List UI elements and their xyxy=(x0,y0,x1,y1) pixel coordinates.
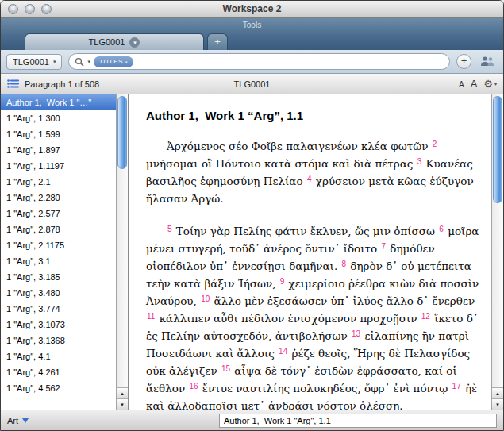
document-scrollbar-thumb[interactable] xyxy=(493,96,502,203)
chevron-down-icon: ▾ xyxy=(494,81,497,87)
sidebar-item[interactable]: 1 "Arg", 2.1175 xyxy=(1,237,116,253)
authors-browser-icon[interactable] xyxy=(477,54,498,70)
line-number: 2 xyxy=(432,140,438,148)
titles-token-label: TITLES xyxy=(99,58,123,65)
document-title: Author 1, Work 1 “Arg”, 1.1 xyxy=(146,109,480,122)
close-button-icon[interactable] xyxy=(8,4,18,14)
line-number: 12 xyxy=(421,312,431,321)
sidebar-scroll-arrows: ▲ ▼ xyxy=(117,387,128,410)
sidebar-item[interactable]: 1 "Arg", 4.562 xyxy=(1,380,116,396)
toolbar-title: Tools xyxy=(1,18,503,29)
line-number: 6 xyxy=(438,225,444,233)
paragraph-list-icon[interactable] xyxy=(7,79,19,88)
sidebar-item[interactable]: 1 "Arg", 4.1 xyxy=(1,348,116,364)
line-number: 4 xyxy=(306,175,313,183)
line-number: 9 xyxy=(279,277,286,286)
scroll-down-icon[interactable]: ▼ xyxy=(117,398,128,410)
add-tab-button[interactable]: + xyxy=(456,54,471,69)
status-bar: Art xyxy=(1,410,503,430)
sidebar-item[interactable]: 1 "Arg", 1.599 xyxy=(1,126,116,142)
art-selector-chevron-icon[interactable] xyxy=(22,418,29,423)
line-number: 15 xyxy=(221,364,231,373)
scroll-down-icon[interactable]: ▼ xyxy=(492,398,503,410)
sidebar-item[interactable]: 1 "Arg", 1.897 xyxy=(1,142,116,158)
sidebar-item[interactable]: 1 "Arg", 3.185 xyxy=(1,269,116,285)
tab-tlg0001[interactable]: TLG0001 ▾ xyxy=(25,33,204,50)
zoom-button-icon[interactable] xyxy=(41,4,52,14)
search-scope-chevron-icon[interactable]: ▾ xyxy=(87,59,90,65)
line-number: 11 xyxy=(146,312,156,321)
search-toolbar: TLG0001 ▾ ▾ TITLES ▾ + xyxy=(1,50,503,74)
window-controls xyxy=(8,4,52,14)
document-pane: Author 1, Work 1 “Arg”, 1.1 Ἀρχόμενος σέ… xyxy=(129,94,503,410)
tab-menu-icon[interactable]: ▾ xyxy=(129,37,140,48)
line-number: 7 xyxy=(380,242,387,251)
minimize-button-icon[interactable] xyxy=(25,4,35,14)
line-number: 13 xyxy=(351,329,361,338)
line-number: 8 xyxy=(341,260,348,268)
search-icon[interactable] xyxy=(75,57,84,67)
sidebar-item[interactable]: 1 "Arg", 2.878 xyxy=(1,221,116,237)
sidebar-item[interactable]: 1 "Arg", 3.1 xyxy=(1,253,116,269)
toolbar-area: Tools TLG0001 ▾ + xyxy=(1,18,503,50)
sidebar: Author 1, Work 1 "…"1 "Arg", 1.3001 "Arg… xyxy=(1,94,129,410)
sidebar-item[interactable]: 1 "Arg", 2.577 xyxy=(1,206,116,221)
art-selector-label[interactable]: Art xyxy=(7,416,18,425)
content-area: Author 1, Work 1 "…"1 "Arg", 1.3001 "Arg… xyxy=(1,94,503,410)
sidebar-item[interactable]: 1 "Arg", 1.300 xyxy=(1,110,116,126)
search-field[interactable]: ▾ TITLES ▾ xyxy=(68,53,450,70)
document-scroll-arrows: ▲ ▼ xyxy=(492,387,503,410)
app-window: Workspace 2 Tools TLG0001 ▾ + TLG0001 ▾ … xyxy=(0,0,504,431)
line-number: 16 xyxy=(188,382,198,391)
sidebar-list: Author 1, Work 1 "…"1 "Arg", 1.3001 "Arg… xyxy=(1,94,116,410)
corpus-dropdown[interactable]: TLG0001 ▾ xyxy=(6,54,62,70)
line-number: 5 xyxy=(167,225,173,233)
sidebar-item[interactable]: 1 "Arg", 2.1 xyxy=(1,174,116,190)
line-number: 3 xyxy=(417,157,423,166)
sidebar-item[interactable]: 1 "Arg", 4.261 xyxy=(1,364,116,380)
corpus-dropdown-label: TLG0001 xyxy=(13,57,49,67)
scroll-up-icon[interactable]: ▲ xyxy=(117,387,128,398)
gear-menu-button[interactable]: ⚙ ▾ xyxy=(483,78,497,90)
sidebar-item[interactable]: 1 "Arg", 3.1368 xyxy=(1,333,116,348)
gear-icon: ⚙ xyxy=(483,78,493,90)
document: Author 1, Work 1 “Arg”, 1.1 Ἀρχόμενος σέ… xyxy=(129,94,491,410)
sidebar-scrollbar-thumb[interactable] xyxy=(117,96,127,169)
sidebar-scrollbar[interactable]: ▲ ▼ xyxy=(116,94,128,410)
window-title: Workspace 2 xyxy=(1,1,503,17)
tab-label: TLG0001 xyxy=(89,37,125,47)
view-header: Paragraph 1 of 508 TLG0001 A A ⚙ ▾ xyxy=(1,74,503,94)
sidebar-item[interactable]: 1 "Arg", 3.480 xyxy=(1,285,116,301)
line-number: 10 xyxy=(200,294,210,303)
document-paragraphs: Ἀρχόμενος σέο Φοῖβε παλαιγενέων κλέα φωτ… xyxy=(146,138,480,410)
chevron-down-icon: ▾ xyxy=(125,60,128,64)
line-number: 17 xyxy=(452,382,462,391)
citation-field[interactable] xyxy=(219,414,497,428)
chevron-down-icon: ▾ xyxy=(53,59,56,65)
titles-token[interactable]: TITLES ▾ xyxy=(94,56,133,67)
sidebar-item[interactable]: 1 "Arg", 3.1073 xyxy=(1,317,116,333)
scroll-up-icon[interactable]: ▲ xyxy=(492,387,503,398)
line-number: 14 xyxy=(278,347,288,356)
font-larger-button[interactable]: A xyxy=(471,78,478,90)
font-smaller-button[interactable]: A xyxy=(459,80,464,89)
greek-paragraph: 5 Τοίην γὰρ Πελίης φάτιν ἔκλυεν, ὥς μιν … xyxy=(146,223,480,410)
sidebar-item[interactable]: 1 "Arg", 2.280 xyxy=(1,190,116,206)
sidebar-item[interactable]: 1 "Arg", 1.1197 xyxy=(1,158,116,174)
window-titlebar: Workspace 2 xyxy=(1,1,503,18)
new-tab-button[interactable]: + xyxy=(207,33,228,50)
greek-paragraph: Ἀρχόμενος σέο Φοῖβε παλαιγενέων κλέα φωτ… xyxy=(146,138,480,207)
sidebar-item[interactable]: Author 1, Work 1 "…" xyxy=(1,94,116,110)
paragraph-status: Paragraph 1 of 508 xyxy=(25,79,99,89)
search-input[interactable] xyxy=(137,56,444,67)
document-scrollbar[interactable]: ▲ ▼ xyxy=(491,94,503,410)
sidebar-item[interactable]: 1 "Arg", 3.774 xyxy=(1,301,116,317)
